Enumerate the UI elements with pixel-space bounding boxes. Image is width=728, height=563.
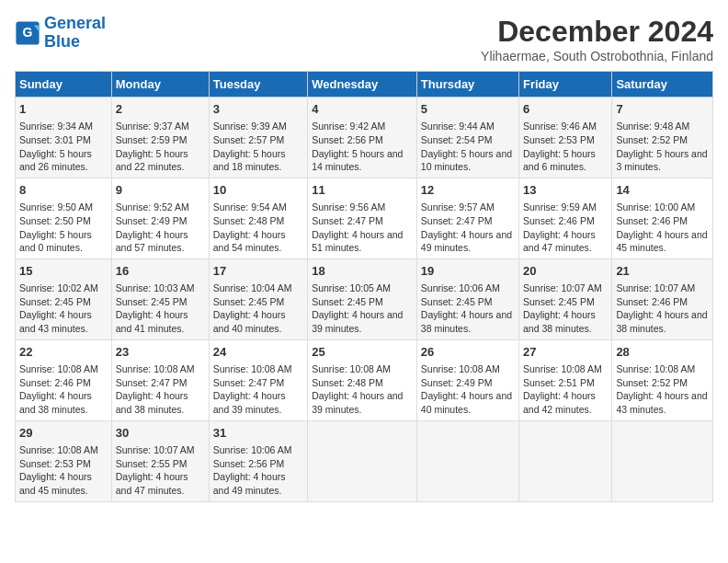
sunset-text: Sunset: 2:45 PM xyxy=(421,296,493,307)
daylight-text: Daylight: 4 hours and 43 minutes. xyxy=(19,309,92,334)
calendar-table: SundayMondayTuesdayWednesdayThursdayFrid… xyxy=(15,71,713,502)
day-number: 31 xyxy=(213,425,303,442)
title-block: December 2024 Ylihaermae, South Ostrobot… xyxy=(481,15,713,63)
calendar-cell: 29Sunrise: 10:08 AMSunset: 2:53 PMDaylig… xyxy=(16,420,112,501)
daylight-text: Daylight: 4 hours and 38 minutes. xyxy=(421,309,512,334)
daylight-text: Daylight: 4 hours and 40 minutes. xyxy=(421,390,512,415)
calendar-cell: 23Sunrise: 10:08 AMSunset: 2:47 PMDaylig… xyxy=(111,339,209,420)
daylight-text: Daylight: 5 hours and 10 minutes. xyxy=(421,148,512,173)
sunset-text: Sunset: 2:55 PM xyxy=(116,458,188,469)
sunrise-text: Sunrise: 9:59 AM xyxy=(523,201,597,213)
daylight-text: Daylight: 4 hours and 41 minutes. xyxy=(116,309,188,334)
calendar-week-row: 22Sunrise: 10:08 AMSunset: 2:46 PMDaylig… xyxy=(16,339,713,420)
sunset-text: Sunset: 2:45 PM xyxy=(312,296,383,307)
sunrise-text: Sunrise: 10:08 AM xyxy=(616,363,695,374)
sunset-text: Sunset: 2:47 PM xyxy=(213,377,285,388)
daylight-text: Daylight: 4 hours and 45 minutes. xyxy=(616,229,707,254)
sunrise-text: Sunrise: 10:03 AM xyxy=(116,282,195,293)
calendar-cell: 17Sunrise: 10:04 AMSunset: 2:45 PMDaylig… xyxy=(209,259,307,339)
calendar-cell: 27Sunrise: 10:08 AMSunset: 2:51 PMDaylig… xyxy=(519,339,612,420)
day-number: 30 xyxy=(116,425,205,442)
daylight-text: Daylight: 4 hours and 38 minutes. xyxy=(616,309,707,334)
calendar-cell: 11Sunrise: 9:56 AMSunset: 2:47 PMDayligh… xyxy=(308,178,417,259)
sunrise-text: Sunrise: 10:07 AM xyxy=(523,282,602,293)
daylight-text: Daylight: 4 hours and 47 minutes. xyxy=(116,471,188,496)
sunrise-text: Sunrise: 10:08 AM xyxy=(213,363,292,374)
sunrise-text: Sunrise: 10:02 AM xyxy=(19,282,98,293)
calendar-cell: 26Sunrise: 10:08 AMSunset: 2:49 PMDaylig… xyxy=(416,339,518,420)
sunrise-text: Sunrise: 9:34 AM xyxy=(19,121,93,132)
sunset-text: Sunset: 2:56 PM xyxy=(213,458,285,469)
sunset-text: Sunset: 2:45 PM xyxy=(523,296,595,307)
calendar-cell xyxy=(416,420,518,501)
weekday-header-row: SundayMondayTuesdayWednesdayThursdayFrid… xyxy=(16,72,713,98)
sunrise-text: Sunrise: 9:52 AM xyxy=(116,201,189,213)
calendar-cell: 9Sunrise: 9:52 AMSunset: 2:49 PMDaylight… xyxy=(111,178,209,259)
logo: G General Blue xyxy=(15,15,106,52)
sunset-text: Sunset: 2:48 PM xyxy=(312,377,383,388)
svg-text:G: G xyxy=(23,25,33,40)
sunrise-text: Sunrise: 9:39 AM xyxy=(213,121,287,132)
sunset-text: Sunset: 2:47 PM xyxy=(421,215,493,226)
calendar-cell: 2Sunrise: 9:37 AMSunset: 2:59 PMDaylight… xyxy=(111,98,209,178)
sunrise-text: Sunrise: 9:50 AM xyxy=(19,201,93,213)
calendar-cell: 1Sunrise: 9:34 AMSunset: 3:01 PMDaylight… xyxy=(16,98,112,178)
calendar-cell: 21Sunrise: 10:07 AMSunset: 2:46 PMDaylig… xyxy=(612,259,713,339)
calendar-cell: 19Sunrise: 10:06 AMSunset: 2:45 PMDaylig… xyxy=(416,259,518,339)
calendar-week-row: 1Sunrise: 9:34 AMSunset: 3:01 PMDaylight… xyxy=(16,98,713,178)
calendar-week-row: 8Sunrise: 9:50 AMSunset: 2:50 PMDaylight… xyxy=(16,178,713,259)
sunset-text: Sunset: 2:54 PM xyxy=(421,134,493,145)
sunset-text: Sunset: 2:46 PM xyxy=(19,377,91,388)
day-number: 27 xyxy=(523,344,608,361)
sunset-text: Sunset: 2:59 PM xyxy=(116,134,188,145)
calendar-week-row: 29Sunrise: 10:08 AMSunset: 2:53 PMDaylig… xyxy=(16,420,713,501)
sunset-text: Sunset: 2:56 PM xyxy=(312,134,383,145)
day-number: 19 xyxy=(421,263,515,280)
day-number: 6 xyxy=(523,101,608,118)
calendar-cell: 20Sunrise: 10:07 AMSunset: 2:45 PMDaylig… xyxy=(519,259,612,339)
daylight-text: Daylight: 5 hours and 0 minutes. xyxy=(19,229,92,254)
day-number: 29 xyxy=(19,425,108,442)
sunset-text: Sunset: 2:57 PM xyxy=(213,134,285,145)
calendar-week-row: 15Sunrise: 10:02 AMSunset: 2:45 PMDaylig… xyxy=(16,259,713,339)
sunrise-text: Sunrise: 10:07 AM xyxy=(116,444,195,455)
day-number: 10 xyxy=(213,182,303,199)
sunset-text: Sunset: 2:50 PM xyxy=(19,215,91,226)
sunset-text: Sunset: 2:51 PM xyxy=(523,377,595,388)
daylight-text: Daylight: 4 hours and 40 minutes. xyxy=(213,309,286,334)
sunset-text: Sunset: 2:48 PM xyxy=(213,215,285,226)
day-number: 26 xyxy=(421,344,515,361)
day-number: 21 xyxy=(616,263,709,280)
day-number: 23 xyxy=(116,344,205,361)
page-subtitle: Ylihaermae, South Ostrobothnia, Finland xyxy=(481,49,713,63)
calendar-cell: 12Sunrise: 9:57 AMSunset: 2:47 PMDayligh… xyxy=(416,178,518,259)
sunrise-text: Sunrise: 10:08 AM xyxy=(19,363,98,374)
daylight-text: Daylight: 4 hours and 43 minutes. xyxy=(616,390,707,415)
daylight-text: Daylight: 4 hours and 54 minutes. xyxy=(213,229,286,254)
calendar-cell: 22Sunrise: 10:08 AMSunset: 2:46 PMDaylig… xyxy=(16,339,112,420)
day-number: 8 xyxy=(19,182,108,199)
calendar-cell: 30Sunrise: 10:07 AMSunset: 2:55 PMDaylig… xyxy=(111,420,209,501)
calendar-cell: 25Sunrise: 10:08 AMSunset: 2:48 PMDaylig… xyxy=(308,339,417,420)
calendar-cell xyxy=(612,420,713,501)
sunrise-text: Sunrise: 9:54 AM xyxy=(213,201,287,213)
calendar-cell: 5Sunrise: 9:44 AMSunset: 2:54 PMDaylight… xyxy=(416,98,518,178)
day-number: 7 xyxy=(616,101,709,118)
weekday-header-friday: Friday xyxy=(519,72,612,98)
sunset-text: Sunset: 2:45 PM xyxy=(116,296,188,307)
calendar-cell: 18Sunrise: 10:05 AMSunset: 2:45 PMDaylig… xyxy=(308,259,417,339)
day-number: 15 xyxy=(19,263,108,280)
sunrise-text: Sunrise: 10:08 AM xyxy=(116,363,195,374)
daylight-text: Daylight: 4 hours and 45 minutes. xyxy=(19,471,92,496)
day-number: 3 xyxy=(213,101,303,118)
calendar-cell: 13Sunrise: 9:59 AMSunset: 2:46 PMDayligh… xyxy=(519,178,612,259)
sunset-text: Sunset: 2:47 PM xyxy=(312,215,383,226)
sunrise-text: Sunrise: 10:06 AM xyxy=(213,444,292,455)
calendar-cell: 14Sunrise: 10:00 AMSunset: 2:46 PMDaylig… xyxy=(612,178,713,259)
sunset-text: Sunset: 2:45 PM xyxy=(19,296,91,307)
day-number: 1 xyxy=(19,101,108,118)
daylight-text: Daylight: 5 hours and 14 minutes. xyxy=(312,148,403,173)
sunrise-text: Sunrise: 9:37 AM xyxy=(116,121,189,132)
day-number: 12 xyxy=(421,182,515,199)
daylight-text: Daylight: 4 hours and 38 minutes. xyxy=(116,390,188,415)
